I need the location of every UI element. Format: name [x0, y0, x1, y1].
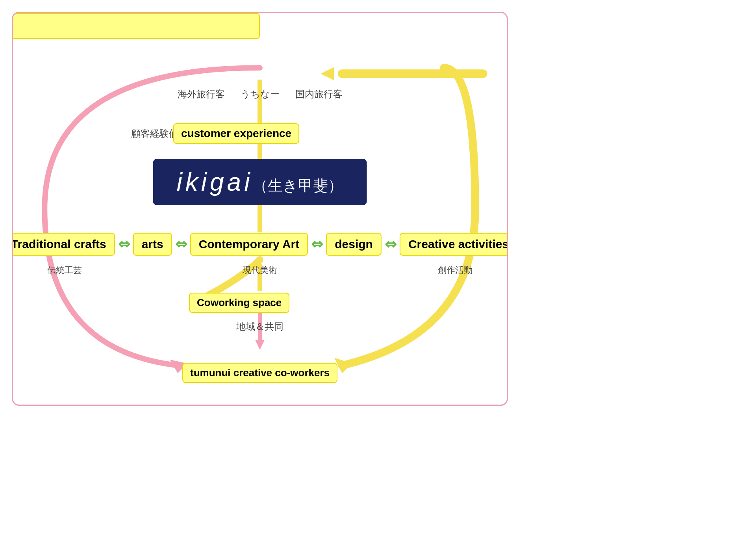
svg-marker-7 [255, 340, 265, 350]
coworking-box: Coworking space [189, 293, 289, 313]
arts-sublabels: 伝統工芸 現代美術 創作活動 [13, 264, 507, 276]
contemporary-art-box: Contemporary Art [190, 233, 308, 256]
ikigai-kanji: （生き甲斐） [253, 177, 343, 194]
arrow-2: ⇔ [175, 236, 187, 253]
background-arrows [13, 13, 507, 405]
top-sublabels: 海外旅行客 うちなー 国内旅行客 [178, 88, 343, 100]
arrow-4: ⇔ [385, 236, 397, 253]
arrow-1: ⇔ [118, 236, 130, 253]
creative-activities-sub: 創作活動 [438, 264, 472, 276]
inbound-sublabel: 海外旅行客 [178, 88, 225, 100]
top-inbound-box: inbound loco outbound [12, 13, 260, 39]
loco-sublabel: うちなー [241, 88, 280, 100]
creative-activities-box: Creative activities [400, 233, 508, 256]
outbound-sublabel: 国内旅行客 [295, 88, 343, 100]
ikigai-box: ikigai（生き甲斐） [153, 159, 367, 205]
ikigai-text: ikigai [177, 168, 253, 196]
design-sub-spacer [346, 264, 369, 276]
coworking-label: 地域＆共同 [236, 320, 284, 333]
svg-marker-2 [321, 67, 334, 80]
arts-row: Traditional crafts ⇔ arts ⇔ Contemporary… [12, 233, 508, 256]
contemporary-art-sub: 現代美術 [243, 264, 277, 276]
arts-sub-spacer [150, 264, 174, 276]
arts-box: arts [133, 233, 172, 256]
traditional-crafts-box: Traditional crafts [12, 233, 115, 256]
tumunui-box: tumunui creative co-workers [182, 363, 337, 383]
traditional-crafts-sub: 伝統工芸 [47, 264, 82, 276]
page: ［トゥムヌイ的生き甲斐の見つけ方］ inbound loco outbound … [12, 12, 508, 406]
arrow-3: ⇔ [311, 236, 323, 253]
design-box: design [326, 233, 382, 256]
customer-experience-box: customer experience [173, 123, 299, 144]
